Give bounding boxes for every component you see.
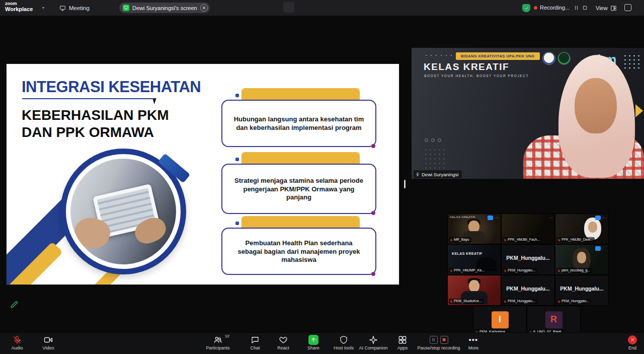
tile-menu-icon[interactable]: … [549, 215, 553, 219]
camera-badge-icon [595, 216, 601, 220]
rings-decoration [425, 138, 441, 142]
participant-tile[interactable]: I PKM_Karbobioa... [473, 306, 526, 336]
end-meeting-button[interactable]: End [617, 332, 644, 354]
participant-tile[interactable]: … PPK_HMJBI_Dew... [555, 214, 608, 244]
share-button[interactable]: ▴ Share [298, 332, 329, 354]
mic-icon [416, 172, 420, 177]
view-button[interactable]: View [593, 3, 620, 13]
shield-icon [339, 335, 348, 344]
tile-menu-icon[interactable]: … [603, 215, 607, 219]
end-call-icon [628, 335, 637, 344]
recording-dot-icon [534, 6, 537, 10]
react-label: React [277, 346, 289, 350]
participants-button[interactable]: ▴ 12 Participants [200, 332, 235, 354]
chevron-up-icon[interactable]: ▴ [315, 338, 317, 342]
screen-share-icon [123, 5, 129, 11]
zoom-workplace-logo: zoom Workplace [5, 2, 33, 12]
participant-display-name: PKM_Hunggalu... [555, 275, 608, 301]
card-text: Pembuatan Health Plan sederhana sebagai … [232, 239, 365, 265]
window-icon[interactable] [624, 4, 631, 11]
thumbnail-strip-toggle[interactable] [283, 2, 294, 13]
participant-name-tag: PPK_HMJBI_Dew... [556, 237, 595, 243]
chat-button[interactable]: Chat [240, 332, 270, 354]
share-label: Share [307, 346, 319, 350]
chevron-up-icon[interactable]: ▴ [285, 338, 287, 342]
stop-recording-icon[interactable] [440, 336, 448, 344]
participant-tile[interactable]: PKM_Hunggalu... PKM_Hunggalu... [502, 275, 554, 305]
chevron-up-icon[interactable]: ▴ [219, 338, 221, 342]
camera-badge-icon [595, 246, 601, 251]
participant-name-tag: PKM_StudioKre... [449, 299, 484, 304]
chevron-up-icon[interactable]: ▴ [404, 338, 406, 342]
view-label: View [596, 5, 608, 11]
annotation-pencil-icon[interactable] [10, 300, 19, 309]
chevron-up-icon[interactable]: ▴ [375, 338, 377, 342]
speaker-face [575, 78, 617, 133]
pause-recording-icon[interactable] [574, 5, 579, 11]
pkm-dots-decoration [623, 54, 641, 69]
ai-companion-button[interactable]: ▴ AI Companion [356, 332, 391, 354]
card-right-dot [371, 144, 375, 148]
stop-share-icon[interactable] [200, 4, 208, 12]
card-left-dot [235, 222, 239, 225]
card-left-dot [235, 158, 239, 161]
pause-stop-recording-button[interactable]: Pause/stop recording [414, 332, 464, 354]
react-button[interactable]: ▴ React [268, 332, 298, 354]
tile-menu-icon[interactable]: … [495, 215, 499, 219]
participant-tile[interactable]: KELAS KREATIF PPK_HMJMP_Ka... [448, 245, 501, 274]
recording-status-label: Recording... [540, 5, 570, 11]
participant-avatar: I [492, 311, 509, 328]
participant-face [588, 222, 597, 233]
event-tagline: BOOST YOUR HEALTH, BOOST YOUR PROJECT [424, 74, 529, 78]
zoom-logo-text: zoom [5, 2, 33, 6]
meeting-tab-label: Meeting [69, 5, 90, 11]
event-heading: KELAS KREATIF [424, 61, 509, 73]
panel-resize-handle[interactable] [404, 180, 406, 188]
more-dots-icon: ••• [469, 337, 478, 342]
participant-tile[interactable]: PKM_StudioKre... [448, 275, 501, 305]
participant-name-tag: PKM_Hunggalu... [503, 299, 537, 304]
participant-tile[interactable]: KELAS KREATIF … MR_Bayu [448, 214, 501, 244]
participant-name-tag: PKM_Hunggalu... [556, 299, 591, 304]
tile-overlay-text: KELAS KREATIF [450, 216, 475, 219]
security-shield-icon[interactable] [522, 4, 530, 12]
participant-name-tag: MR_Bayu [449, 237, 471, 243]
participant-tile[interactable]: PKM_Hunggalu... PKM_Hunggalu... [502, 245, 554, 274]
slide-card-3: Pembuatan Health Plan sederhana sebagai … [221, 216, 376, 275]
dot-grid-decoration [424, 148, 447, 169]
card-text: Hubungan langsung antara kesehatan tim d… [232, 115, 365, 132]
card-text: Strategi menjaga stamina selama periode … [232, 177, 365, 202]
mouse-cursor [153, 98, 160, 105]
participant-tile[interactable]: PKM_Hunggalu... PKM_Hunggalu... [555, 275, 608, 305]
university-logo [542, 52, 555, 65]
stop-recording-icon[interactable] [582, 5, 588, 11]
workspace-chevron-icon[interactable]: ▾ [42, 6, 44, 10]
view-layout-icon [610, 5, 617, 12]
audio-button[interactable]: ▴ Audio [2, 332, 32, 354]
screen-share-pill[interactable]: Dewi Suryaningsi's screen [119, 3, 210, 13]
ai-companion-label: AI Companion [359, 346, 387, 350]
chevron-up-icon[interactable]: ▴ [50, 338, 52, 342]
more-button[interactable]: ••• More [458, 332, 489, 354]
chevron-up-icon[interactable]: ▴ [19, 338, 21, 342]
participant-display-name: PKM_Hunggalu... [502, 245, 554, 270]
slide-card-2: Strategi menjaga stamina selama periode … [221, 152, 376, 214]
video-button[interactable]: ▴ Video [33, 332, 63, 354]
participant-display-name: PKM_Hunggalu... [502, 275, 554, 301]
meeting-icon [59, 5, 66, 12]
audio-label: Audio [11, 346, 23, 350]
apps-button[interactable]: ▴ Apps [387, 332, 418, 354]
tab-meeting[interactable]: Meeting [55, 3, 94, 14]
participant-tile[interactable]: R 6_UNG_02_Ranti... [527, 306, 580, 336]
shared-screen-slide: INTEGRASI KESEHATAN KEBERHASILAN PKM DAN… [7, 64, 399, 285]
participant-name-tag: PPK_HMJMP_Ka... [449, 268, 487, 273]
slide-title: INTEGRASI KESEHATAN [22, 78, 201, 96]
tablet-photo [70, 159, 176, 264]
slide-card-1: Hubungan langsung antara kesehatan tim d… [221, 88, 376, 147]
pause-recording-icon[interactable] [430, 336, 438, 344]
participant-tile[interactable]: pkm_zecobag_g... [555, 245, 608, 274]
active-speaker-video[interactable]: BIDANG KREATIVITAS UPA.PKK UNG KELAS KRE… [412, 48, 644, 179]
participant-tile[interactable]: … PPK_HMJBI_Fach... [502, 214, 554, 244]
slide-title-underline [22, 98, 156, 99]
apps-label: Apps [397, 346, 408, 350]
